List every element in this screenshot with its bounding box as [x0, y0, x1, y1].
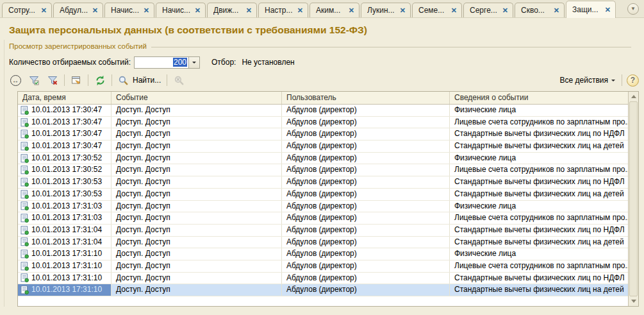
- tab-5[interactable]: Движ...✕: [207, 3, 257, 17]
- table-row[interactable]: 10.01.2013 17:31:10Доступ. ДоступАбдулов…: [18, 248, 638, 260]
- configure-filter-button[interactable]: [27, 73, 41, 87]
- clear-filter-button[interactable]: [45, 73, 60, 87]
- cell-datetime[interactable]: 10.01.2013 17:31:10: [18, 260, 111, 272]
- table-row[interactable]: 10.01.2013 17:30:47Доступ. ДоступАбдулов…: [18, 128, 638, 140]
- event-count-input[interactable]: 200: [134, 56, 200, 69]
- table-row[interactable]: 10.01.2013 17:30:52Доступ. ДоступАбдулов…: [18, 164, 638, 176]
- cell-event[interactable]: Доступ. Доступ: [111, 117, 282, 128]
- table-row[interactable]: 10.01.2013 17:31:03Доступ. ДоступАбдулов…: [18, 201, 638, 213]
- refresh-button[interactable]: [93, 73, 107, 87]
- cell-event[interactable]: Доступ. Доступ: [111, 201, 282, 212]
- cell-user[interactable]: Абдулов (директор): [282, 117, 450, 128]
- cell-user[interactable]: Абдулов (директор): [282, 248, 450, 260]
- table-row[interactable]: 10.01.2013 17:30:53Доступ. ДоступАбдулов…: [18, 189, 638, 201]
- cell-datetime[interactable]: 10.01.2013 17:31:04: [18, 237, 111, 248]
- tab-close-icon[interactable]: ✕: [92, 6, 98, 15]
- cell-event[interactable]: Доступ. Доступ: [111, 153, 282, 164]
- list-settings-button[interactable]: [69, 73, 83, 87]
- cell-datetime[interactable]: 10.01.2013 17:30:47: [18, 105, 111, 116]
- table-row[interactable]: 10.01.2013 17:31:10Доступ. ДоступАбдулов…: [18, 273, 638, 285]
- table-row[interactable]: 10.01.2013 17:31:10Доступ. ДоступАбдулов…: [18, 284, 638, 296]
- tab-10[interactable]: Серге...✕: [463, 3, 513, 17]
- tab-3[interactable]: Начис...✕: [104, 3, 154, 17]
- cell-event[interactable]: Доступ. Доступ: [111, 273, 282, 284]
- tab-close-icon[interactable]: ✕: [41, 6, 47, 15]
- tab-close-icon[interactable]: ✕: [144, 6, 149, 15]
- tab-close-icon[interactable]: ✕: [349, 6, 354, 15]
- cell-event[interactable]: Доступ. Доступ: [111, 164, 282, 176]
- cell-details[interactable]: Физические лица: [450, 248, 628, 260]
- cell-datetime[interactable]: 10.01.2013 17:31:03: [18, 201, 111, 212]
- tab-2[interactable]: Абдул...✕: [53, 3, 103, 17]
- cell-user[interactable]: Абдулов (директор): [282, 105, 450, 116]
- cancel-search-button[interactable]: [172, 73, 186, 87]
- cell-datetime[interactable]: 10.01.2013 17:30:52: [18, 164, 111, 176]
- cell-event[interactable]: Доступ. Доступ: [111, 237, 282, 248]
- table-row[interactable]: 10.01.2013 17:30:47Доступ. ДоступАбдулов…: [18, 117, 638, 129]
- tab-close-icon[interactable]: ✕: [502, 6, 508, 15]
- cell-details[interactable]: Стандартные вычеты физических лиц на дет…: [450, 284, 628, 296]
- cell-datetime[interactable]: 10.01.2013 17:30:47: [18, 117, 111, 128]
- tab-close-icon[interactable]: ✕: [195, 6, 201, 15]
- scroll-up-button[interactable]: [629, 92, 638, 101]
- cell-details[interactable]: Физические лица: [450, 201, 628, 212]
- table-row[interactable]: 10.01.2013 17:30:52Доступ. ДоступАбдулов…: [18, 153, 638, 165]
- cell-event[interactable]: Доступ. Доступ: [111, 105, 282, 116]
- cell-user[interactable]: Абдулов (директор): [282, 212, 450, 224]
- cell-user[interactable]: Абдулов (директор): [282, 225, 450, 236]
- cell-user[interactable]: Абдулов (директор): [282, 140, 450, 152]
- cell-datetime[interactable]: 10.01.2013 17:31:04: [18, 225, 111, 236]
- tab-12[interactable]: Защи...✕: [566, 1, 616, 18]
- cell-details[interactable]: Лицевые счета сотрудников по зарплатным …: [450, 212, 628, 224]
- cell-details[interactable]: Стандартные вычеты физических лиц на дет…: [450, 189, 628, 200]
- table-row[interactable]: 10.01.2013 17:31:04Доступ. ДоступАбдулов…: [18, 237, 638, 249]
- table-row[interactable]: 10.01.2013 17:31:04Доступ. ДоступАбдулов…: [18, 225, 638, 237]
- cell-user[interactable]: Абдулов (директор): [282, 128, 450, 140]
- vertical-scrollbar[interactable]: [628, 92, 638, 306]
- cell-details[interactable]: Стандартные вычеты физических лиц на дет…: [450, 237, 628, 248]
- find-button[interactable]: Найти...: [117, 73, 162, 87]
- cell-details[interactable]: Стандартные вычеты физических лиц по НДФ…: [450, 273, 628, 284]
- cell-details[interactable]: Лицевые счета сотрудников по зарплатным …: [450, 117, 628, 128]
- cell-datetime[interactable]: 10.01.2013 17:30:52: [18, 153, 111, 164]
- cell-details[interactable]: Стандартные вычеты физических лиц по НДФ…: [450, 128, 628, 140]
- tab-close-icon[interactable]: ✕: [554, 6, 559, 15]
- tab-8[interactable]: Лукин...✕: [361, 3, 411, 17]
- scrollbar-thumb[interactable]: [629, 101, 638, 296]
- tab-close-icon[interactable]: ✕: [451, 6, 457, 15]
- tab-overflow-button[interactable]: ▼: [627, 3, 639, 15]
- cell-user[interactable]: Абдулов (директор): [282, 164, 450, 176]
- cell-user[interactable]: Абдулов (директор): [282, 273, 450, 284]
- column-header-event[interactable]: Событие: [111, 92, 282, 104]
- cell-event[interactable]: Доступ. Доступ: [111, 176, 282, 188]
- cell-datetime[interactable]: 10.01.2013 17:30:53: [18, 176, 111, 188]
- table-row[interactable]: 10.01.2013 17:30:47Доступ. ДоступАбдулов…: [18, 105, 638, 117]
- table-row[interactable]: 10.01.2013 17:31:10Доступ. ДоступАбдулов…: [18, 260, 638, 273]
- column-header-datetime[interactable]: Дата, время: [18, 92, 111, 104]
- cell-user[interactable]: Абдулов (директор): [282, 260, 450, 272]
- cell-details[interactable]: Стандартные вычеты физических лиц на дет…: [450, 140, 628, 152]
- tab-close-icon[interactable]: ✕: [400, 6, 406, 15]
- cell-datetime[interactable]: 10.01.2013 17:31:10: [18, 248, 111, 260]
- cell-datetime[interactable]: 10.01.2013 17:30:47: [18, 128, 111, 140]
- tab-4[interactable]: Начис...✕: [156, 3, 206, 17]
- cell-details[interactable]: Физические лица: [450, 105, 628, 116]
- scroll-down-button[interactable]: [629, 296, 638, 306]
- cell-user[interactable]: Абдулов (директор): [282, 176, 450, 188]
- cell-event[interactable]: Доступ. Доступ: [111, 140, 282, 152]
- cell-details[interactable]: Стандартные вычеты физических лиц по НДФ…: [450, 176, 628, 188]
- cell-datetime[interactable]: 10.01.2013 17:31:03: [18, 212, 111, 224]
- tab-close-icon[interactable]: ✕: [297, 6, 303, 15]
- tab-11[interactable]: Скво...✕: [515, 3, 565, 17]
- auto-width-button[interactable]: ↔: [8, 73, 22, 87]
- cell-datetime[interactable]: 10.01.2013 17:31:10: [18, 284, 111, 296]
- cell-event[interactable]: Доступ. Доступ: [111, 225, 282, 236]
- cell-user[interactable]: Абдулов (директор): [282, 189, 450, 200]
- cell-user[interactable]: Абдулов (директор): [282, 153, 450, 164]
- cell-details[interactable]: Лицевые счета сотрудников по зарплатным …: [450, 260, 628, 272]
- cell-event[interactable]: Доступ. Доступ: [111, 189, 282, 200]
- table-row[interactable]: 10.01.2013 17:30:53Доступ. ДоступАбдулов…: [18, 176, 638, 189]
- tab-1[interactable]: Сотру...✕: [2, 3, 52, 17]
- cell-event[interactable]: Доступ. Доступ: [111, 212, 282, 224]
- cell-event[interactable]: Доступ. Доступ: [111, 248, 282, 260]
